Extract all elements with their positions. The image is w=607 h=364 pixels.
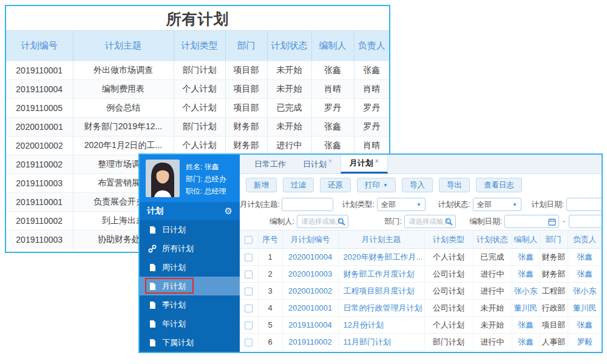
profile-department: 部门: 总经办 [186,173,226,185]
sidebar-item-quarter-plan[interactable]: 季计划 [140,295,240,314]
sidebar-item-label: 周计划 [162,262,186,273]
table-row: 1 2020010004 2020年财务部工作月... 个人计划 已完成 张鑫 … [240,249,602,266]
plan-creator-link[interactable]: 张鑫 [518,269,534,278]
plan-owner: 肖晴 [354,80,389,99]
plan-owner-link[interactable]: 张鑫 [577,269,592,278]
plan-subject: 2020年1月2日的工... [73,136,174,155]
column-header: 计划类型 [424,231,473,249]
plan-id-link[interactable]: 2019110004 [288,320,331,329]
tab-daily-work[interactable]: 日常工作 [246,155,294,174]
chevron-down-icon: ▼ [512,202,517,207]
selected-value: 全部 [477,200,492,210]
close-icon[interactable]: × [328,158,332,164]
search-icon[interactable] [445,218,453,226]
plan-type: 个人计划 [174,80,225,99]
plan-id: 2019110002 [6,212,73,231]
sidebar-menu: 日计划 所有计划 周计划 月计划 季计划 年计划 [140,220,240,352]
plan-subject-link[interactable]: 11月部门计划 [344,337,392,346]
plan-status: 未开始 [267,118,311,136]
plan-subject-link[interactable]: 2020年财务部工作月... [344,252,423,261]
status-filter-select[interactable]: 全部 ▼ [473,198,521,211]
sidebar-item-label: 年计划 [162,318,186,329]
plan-subject: 财务部门2019年12... [73,118,174,136]
plan-id: 2020010002 [6,136,73,155]
row-checkbox[interactable] [245,288,253,295]
print-button[interactable]: 打印▼ [357,178,396,192]
plan-id-link[interactable]: 2020010004 [288,252,332,261]
plan-creator-link[interactable]: 张鑫 [518,320,534,329]
sidebar-item-day-plan[interactable]: 日计划 [140,220,240,239]
plan-status: 进行中 [473,334,512,351]
profile-info: 姓名: 张鑫 部门: 总经办 职位: 总经理 [186,160,226,197]
plan-owner-link[interactable]: 罗毅 [577,337,592,346]
sidebar-item-subordinate-plan[interactable]: 下属计划 [140,333,240,352]
row-checkbox[interactable] [245,322,253,329]
plan-id-link[interactable]: 2020010003 [288,269,332,278]
plan-subject-link[interactable]: 财务部工作月度计划 [344,269,415,278]
column-header: 计划主题 [73,31,174,61]
plan-type: 个人计划 [424,249,473,266]
table-row: 2020010001财务部门2019年12...部门计划财务部未开始张鑫罗丹 [6,118,389,136]
sidebar-item-year-plan[interactable]: 年计划 [140,314,240,333]
row-number: 4 [258,300,282,317]
close-icon[interactable]: × [375,158,379,164]
import-button[interactable]: 导入 [402,178,433,192]
table-row: 4 2020010001 日常的行政管理月计划 公司计划 未开始 董川民 行政部… [240,300,602,317]
plan-type: 个人计划 [174,99,225,118]
plan-date-filter-label: 计划日期: [529,200,564,210]
plan-id-link[interactable]: 2019110002 [288,337,331,346]
table-row: 2019110001外出做市场调查部门计划项目部未开始张鑫张鑫 [6,61,389,80]
add-button[interactable]: 新增 [246,178,277,192]
plan-creator-link[interactable]: 张小东 [514,286,538,295]
sidebar-item-all-plans[interactable]: 所有计划 [140,239,240,258]
search-icon[interactable] [337,218,345,226]
plan-subject-link[interactable]: 工程项目部月度计划 [344,286,415,295]
plan-id-link[interactable]: 2020010001 [288,303,332,312]
profile-position: 职位: 总经理 [186,185,226,197]
dept-filter-label: 部门: [382,217,402,227]
tab-month-plan[interactable]: 月计划 × [341,155,388,174]
table-row: 2019110004编制费用表个人计划项目部未开始肖晴肖晴 [6,80,389,99]
column-header: 计划状态 [473,231,512,249]
plan-owner-link[interactable]: 张鑫 [577,252,592,261]
plan-subject-link[interactable]: 日常的行政管理月计划 [344,303,422,312]
plan-status: 已完成 [267,99,311,118]
plan-owner-link[interactable]: 董川民 [573,303,597,312]
plan-date-filter-input[interactable] [566,198,602,211]
subject-filter-input[interactable] [282,198,333,211]
plan-creator-link[interactable]: 张鑫 [518,252,534,261]
plan-id-link[interactable]: 2020010002 [288,286,332,295]
sidebar-item-label: 季计划 [162,300,186,311]
tab-day-plan[interactable]: 日计划 × [294,155,341,174]
file-icon [148,339,157,347]
column-header: 计划类型 [174,31,225,61]
view-log-button[interactable]: 查看日志 [476,178,522,192]
calendar-icon[interactable] [548,218,556,226]
file-icon [148,282,157,291]
plan-creator-link[interactable]: 张鑫 [518,337,534,346]
plan-owner-link[interactable]: 张小东 [573,286,597,295]
sidebar-item-week-plan[interactable]: 周计划 [140,258,240,277]
table-header-row: 序号 月计划编号 月计划主题 计划类型 计划状态 编制人 部门 负责人 [240,231,602,249]
sidebar-item-month-plan[interactable]: 月计划 [140,277,240,295]
filter-button[interactable]: 过滤 [283,178,314,192]
row-checkbox[interactable] [245,254,253,261]
table-row: 2019110005例会总结个人计划项目部已完成罗丹罗丹 [6,99,389,118]
plan-creator-link[interactable]: 董川民 [514,303,538,312]
reset-button[interactable]: 还原 [320,178,351,192]
tab-label: 日计划 [303,159,327,170]
type-filter-select[interactable]: 全部 ▼ [377,198,426,211]
plan-id: 2019110004 [6,80,73,99]
create-date-end-input[interactable] [569,215,602,228]
row-checkbox[interactable] [245,305,253,312]
select-all-checkbox[interactable] [245,236,253,244]
plan-type: 个人计划 [174,136,225,155]
plan-creator: 张鑫 [311,61,354,80]
row-checkbox[interactable] [245,339,253,346]
export-button[interactable]: 导出 [439,178,470,192]
plan-subject-link[interactable]: 12月份计划 [344,320,384,329]
gear-icon[interactable]: ⚙ [225,206,232,217]
plan-dept: 财务部 [540,249,568,266]
plan-owner-link[interactable]: 张鑫 [577,320,592,329]
row-checkbox[interactable] [245,271,253,278]
